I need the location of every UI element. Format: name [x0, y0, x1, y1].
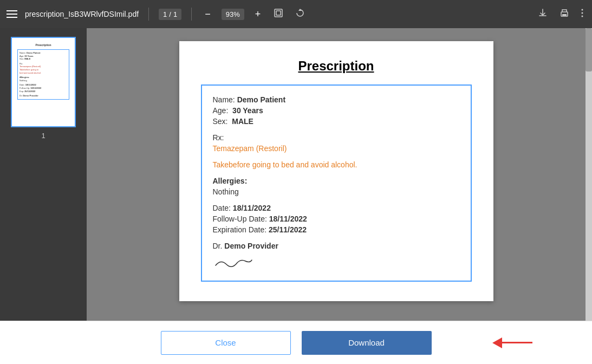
followup-value: 18/11/2022	[269, 214, 307, 223]
bottom-bar: Close Download	[0, 321, 592, 364]
fit-page-icon	[274, 8, 283, 18]
sex-value: MALE	[232, 117, 253, 126]
allergies-label-line: Allergies:	[213, 177, 460, 185]
expiration-label: Expiration Date:	[213, 225, 269, 234]
age-value: 30 Years	[232, 106, 263, 115]
rx-label-line: Rx:	[213, 133, 460, 142]
sex-label: Sex:	[213, 117, 232, 126]
doctor-line: Dr. Demo Provider	[213, 242, 460, 250]
allergies-label: Allergies:	[213, 177, 248, 185]
allergies-value-line: Nothing	[213, 187, 460, 196]
more-options-icon	[581, 8, 583, 18]
zoom-in-button[interactable]: +	[252, 8, 264, 21]
followup-label: Follow-Up Date:	[213, 214, 269, 223]
main-area: Prescription Name: Demo Patient Age: 30 …	[0, 28, 592, 321]
sidebar: Prescription Name: Demo Patient Age: 30 …	[0, 28, 87, 321]
page-current: 1	[163, 10, 167, 18]
age-label: Age:	[213, 106, 233, 115]
thumbnail-page-number: 1	[41, 132, 45, 140]
scrollbar-track[interactable]	[586, 28, 592, 321]
rotate-button[interactable]	[293, 6, 307, 22]
followup-line: Follow-Up Date: 18/11/2022	[213, 214, 460, 223]
zoom-level-label: 93%	[222, 9, 244, 20]
printer-icon	[560, 8, 569, 18]
sex-line: Sex: MALE	[213, 117, 460, 126]
svg-rect-0	[275, 9, 282, 17]
fit-page-button[interactable]	[271, 6, 285, 22]
expiration-value: 25/11/2022	[269, 225, 307, 234]
scrollbar-thumb[interactable]	[586, 28, 592, 72]
pdf-view-area: Prescription Name: Demo Patient Age: 30 …	[87, 28, 592, 321]
page-total: 1	[173, 10, 177, 18]
date-line: Date: 18/11/2022	[213, 204, 460, 212]
toolbar: prescription_IsB3WRlvfDSImil.pdf 1 / 1 −…	[0, 0, 592, 28]
toolbar-print-button[interactable]	[557, 6, 571, 22]
download-button[interactable]: Download	[302, 331, 432, 355]
toolbar-right	[536, 6, 586, 22]
close-button[interactable]: Close	[161, 331, 291, 355]
page-thumbnail[interactable]: Prescription Name: Demo Patient Age: 30 …	[11, 37, 76, 127]
expiration-line: Expiration Date: 25/11/2022	[213, 225, 460, 234]
signature-svg	[213, 255, 256, 271]
pdf-title: Prescription	[201, 58, 472, 74]
prescription-box: Name: Demo Patient Age: 30 Years Sex: MA…	[201, 84, 472, 282]
name-line: Name: Demo Patient	[213, 95, 460, 104]
menu-icon[interactable]	[6, 10, 17, 18]
more-options-button[interactable]	[579, 6, 586, 22]
doctor-name: Demo Provider	[224, 242, 278, 250]
drug-name-line: Temazepam (Restoril)	[213, 144, 460, 153]
toolbar-download-button[interactable]	[536, 6, 550, 22]
rx-label: Rx:	[213, 133, 224, 142]
page-indicator: 1 / 1	[159, 9, 181, 20]
toolbar-separator-2	[191, 8, 192, 21]
date-label: Date:	[213, 204, 233, 212]
pdf-scroll-area[interactable]: Prescription Name: Demo Patient Age: 30 …	[87, 28, 586, 321]
date-value: 18/11/2022	[233, 204, 271, 212]
name-value: Demo Patient	[237, 95, 285, 104]
svg-point-5	[582, 9, 583, 11]
thumbnail-preview: Prescription Name: Demo Patient Age: 30 …	[14, 40, 73, 124]
rotate-icon	[295, 8, 305, 18]
svg-point-6	[582, 12, 583, 14]
svg-rect-1	[276, 11, 281, 15]
signature-area	[213, 255, 460, 271]
page-separator: /	[169, 10, 171, 18]
arrow-indicator	[492, 337, 532, 348]
arrow-line	[500, 342, 532, 343]
name-label: Name:	[213, 95, 237, 104]
svg-point-7	[582, 16, 583, 17]
pdf-page: Prescription Name: Demo Patient Age: 30 …	[179, 41, 493, 301]
toolbar-download-icon	[538, 8, 548, 18]
toolbar-separator-1	[148, 8, 149, 21]
zoom-out-button[interactable]: −	[201, 8, 214, 21]
age-line: Age: 30 Years	[213, 106, 460, 115]
doctor-label: Dr.	[213, 242, 225, 250]
filename-label: prescription_IsB3WRlvfDSImil.pdf	[25, 10, 139, 18]
instruction-line: Takebefore going to bed and avoid alcoho…	[213, 160, 460, 169]
svg-rect-4	[562, 14, 567, 16]
